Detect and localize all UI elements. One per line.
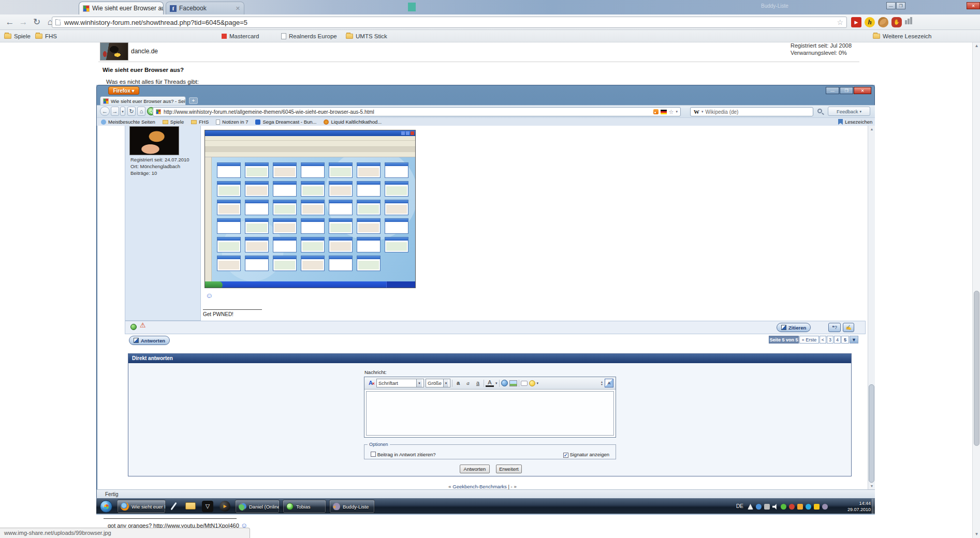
screenshot-taskbar: Wie sieht euer Bro... ▽ ▶ Daniel (Online…	[96, 498, 875, 514]
tray-icon	[764, 504, 770, 510]
inner-tray	[386, 281, 416, 288]
mini-window-thumbnail	[245, 181, 269, 197]
bookmark-mastercard[interactable]: Mastercard	[222, 32, 259, 41]
multiquote-button: ❝?	[828, 323, 841, 332]
ff-scroll-up-icon: ▲	[869, 126, 875, 132]
ff-scrollbar: ▲ ▼	[868, 126, 875, 489]
taskbar-buddylist-button: Buddy-Liste	[329, 500, 375, 513]
cookie-extension-icon[interactable]	[878, 17, 888, 27]
rank-bars-extension-icon	[910, 17, 912, 24]
chrome-tab-strip: Buddy-Liste Wie sieht euer Browser aus ✕…	[0, 0, 980, 14]
post-divider	[98, 62, 859, 62]
feedback-label: Feedback	[837, 107, 858, 116]
tray-volume-icon	[772, 504, 778, 510]
bookmark-spiele[interactable]: Spiele	[4, 32, 31, 41]
rank-bars-extension-icon[interactable]	[905, 20, 907, 24]
dropdown-arrow-icon: ▾	[676, 110, 678, 114]
taskbar-button-label: Wie sieht euer Bro...	[131, 504, 166, 510]
bookmark-star-icon[interactable]: ☆	[837, 18, 843, 26]
inner-window-titlebar	[205, 130, 415, 136]
mini-window-thumbnail	[273, 162, 297, 178]
rank-bars-extension-icon	[908, 19, 910, 24]
bookmark-fhs[interactable]: FHS	[35, 32, 57, 41]
bookmark-umts[interactable]: UMTS Stick	[346, 32, 387, 41]
adblock-hand-extension-icon[interactable]: ✋	[891, 17, 902, 27]
inner-sidebar	[205, 157, 212, 281]
font-select: Schriftart▾	[376, 379, 424, 387]
ff-close-icon: ✕	[854, 87, 871, 94]
inner-start-button	[205, 281, 223, 288]
chrome-scrollbar-thumb[interactable]	[974, 291, 979, 446]
ff-new-tab-icon: +	[189, 97, 198, 104]
italic-icon: a	[464, 379, 472, 387]
tab-close-icon[interactable]: ✕	[236, 5, 240, 12]
ff-restore-icon: ❐	[840, 87, 853, 94]
ff-status-bar: Fertig	[97, 489, 875, 499]
language-indicator: DE	[736, 503, 743, 509]
back-button[interactable]: ←	[4, 17, 16, 28]
bookmark-realnerds[interactable]: Realnerds Europe	[281, 32, 337, 41]
chrome-scrollbar[interactable]: ▲ ▼	[972, 42, 980, 538]
screenshot-firefox-window: Firefox ▾ — ❐ ✕ Wie sieht euer Browser a…	[96, 85, 875, 498]
poster-avatar[interactable]	[100, 42, 128, 61]
tray-icon	[789, 504, 795, 510]
hamster-avatar	[129, 126, 179, 155]
tab-facebook[interactable]: f Facebook ✕	[166, 2, 244, 14]
window-minimize-button[interactable]: —	[886, 2, 896, 9]
ff-minimize-icon: —	[826, 87, 839, 94]
mini-window-thumbnail	[273, 237, 297, 252]
new-reply-label: Antworten	[141, 338, 165, 343]
red-square-icon	[222, 34, 227, 39]
pencil-icon	[134, 338, 139, 343]
window-close-button[interactable]: ✕	[967, 2, 980, 9]
user-location: Ort: Mönchengladbach	[130, 163, 180, 169]
mini-window-thumbnail	[245, 162, 269, 178]
status-bubble: www.img-share.net/uploads/99browser.jpg	[0, 528, 250, 538]
clock-time: 14:44	[831, 500, 871, 506]
text-color-icon: A	[486, 380, 494, 387]
ff-home-icon: ⌂	[137, 107, 145, 116]
omnibox[interactable]: www.winhistory-forum.net/showthread.php?…	[52, 17, 847, 28]
bookmark-label: UMTS Stick	[356, 33, 387, 39]
show-desktop-strip	[872, 499, 875, 514]
pagination-page: 3	[827, 336, 833, 343]
youtube-extension-icon[interactable]: ▶	[851, 17, 861, 27]
start-orb-icon	[100, 500, 112, 513]
firefox-icon	[121, 502, 129, 511]
mini-window-thumbnail	[329, 237, 353, 252]
ff-url-text: http://www.winhistory-forum.net/allgemei…	[164, 109, 374, 115]
window-restore-button[interactable]: ❐	[896, 2, 905, 9]
scroll-up-icon[interactable]: ▲	[973, 42, 980, 50]
ff-bookmark-item: Spiele	[163, 119, 184, 125]
forward-button[interactable]: →	[18, 17, 29, 28]
tab-title: Wie sieht euer Browser aus	[92, 5, 164, 12]
bookmarks-overflow[interactable]: Weitere Lesezeich	[873, 32, 931, 41]
option-signature: ✓ Signatur anzeigen	[563, 452, 609, 458]
ff-search-value: Wikipedia (de)	[706, 109, 739, 115]
message-textarea	[366, 391, 614, 436]
msn-buddies-icon	[239, 503, 246, 511]
user-post-count: Beiträge: 10	[130, 170, 157, 176]
tray-icon	[748, 504, 753, 510]
h-extension-icon[interactable]: h	[865, 17, 875, 27]
poster-name[interactable]: dancle.de	[131, 48, 158, 55]
inner-toolbar	[205, 141, 415, 147]
tab-winhistory[interactable]: Wie sieht euer Browser aus ✕	[79, 2, 164, 14]
ff-reload-icon: ↻	[127, 107, 136, 116]
pagination-page: 4	[834, 336, 841, 343]
scroll-down-icon[interactable]: ▼	[973, 531, 980, 538]
facebook-favicon: f	[170, 5, 177, 12]
post-screenshot-image[interactable]: Firefox ▾ — ❐ ✕ Wie sieht euer Browser a…	[96, 85, 875, 515]
mini-window-thumbnail	[273, 181, 297, 197]
reload-button[interactable]: ↻	[31, 17, 42, 28]
search-magnifier-icon	[817, 109, 822, 113]
editor-mode-toggle-icon: A	[605, 379, 613, 387]
ff-search-box: W ▾ Wikipedia (de)	[690, 107, 813, 116]
ff-url-field: http://www.winhistory-forum.net/allgemei…	[153, 107, 681, 116]
tab-title: Facebook	[179, 5, 207, 12]
report-warning-icon: ⚠	[140, 321, 146, 329]
inner-menu-bar	[205, 136, 415, 141]
ff-tab: Wie sieht euer Browser aus? - Seite 5 - …	[100, 96, 186, 105]
media-player-icon: ▶	[220, 501, 230, 512]
inner-address-bar	[205, 152, 415, 157]
